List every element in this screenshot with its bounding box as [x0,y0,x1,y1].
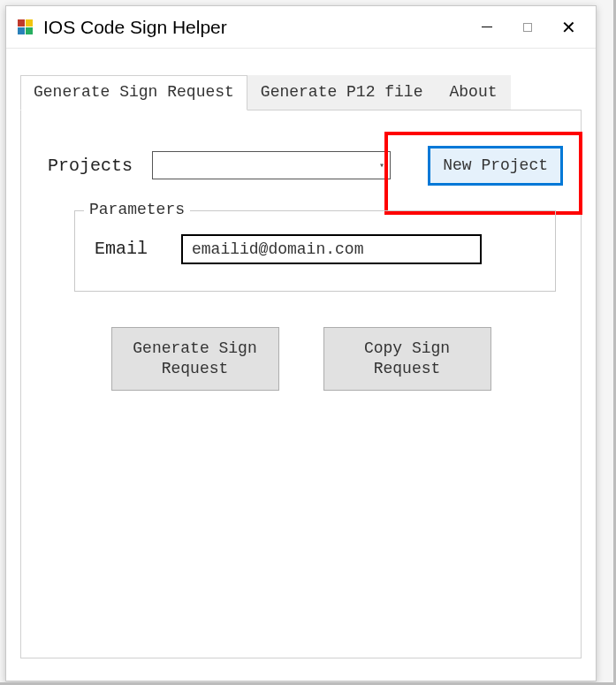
tab-strip: Generate Sign Request Generate P12 file … [20,75,582,110]
maximize-button[interactable] [507,11,548,43]
minimize-button[interactable] [467,11,507,43]
projects-dropdown[interactable]: ▾ [152,151,391,179]
generate-sign-request-button[interactable]: Generate Sign Request [111,327,279,391]
tab-generate-p12[interactable]: Generate P12 file [247,75,437,110]
app-icon [17,19,34,36]
copy-sign-request-button[interactable]: Copy Sign Request [323,327,491,391]
window-controls: ✕ [467,11,589,43]
email-label: Email [95,239,165,259]
window-title: IOS Code Sign Helper [43,17,467,38]
close-button[interactable]: ✕ [548,11,589,43]
client-area: Generate Sign Request Generate P12 file … [6,49,596,673]
tab-about[interactable]: About [436,75,510,110]
chevron-down-icon: ▾ [379,160,384,171]
parameters-fieldset: Parameters Email [74,210,556,292]
projects-label: Projects [48,156,136,176]
email-field[interactable] [181,234,482,264]
parameters-legend: Parameters [84,201,190,218]
app-window: IOS Code Sign Helper ✕ Generate Sign Req… [5,5,597,681]
title-bar: IOS Code Sign Helper ✕ [6,6,596,49]
new-project-button[interactable]: New Project [428,146,563,186]
tab-panel-generate-sign-request: Projects ▾ New Project Parameters Email … [20,110,582,658]
tab-generate-sign-request[interactable]: Generate Sign Request [20,75,247,110]
action-button-row: Generate Sign Request Copy Sign Request [39,327,563,391]
